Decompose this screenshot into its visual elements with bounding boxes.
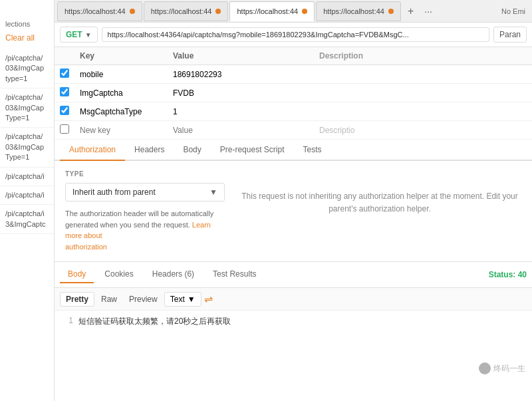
no-env-label: No Emi (501, 7, 529, 15)
clear-all-button[interactable]: Clear all (0, 31, 54, 49)
param-desc (314, 84, 532, 102)
tabs-bar: https://localhost:44 https://localhost:4… (55, 0, 532, 23)
new-value-input[interactable] (173, 126, 309, 135)
tab-label: https://localhost:44 (323, 7, 384, 15)
list-item[interactable]: /pi/captcha/i (0, 168, 54, 186)
tab-4[interactable]: https://localhost:44 (316, 1, 401, 21)
auth-type-label: TYPE (65, 170, 225, 178)
new-key-input[interactable] (80, 126, 162, 135)
format-type-select[interactable]: Text ▼ (164, 292, 201, 307)
tab-headers[interactable]: Headers (125, 140, 174, 161)
tab-dot (130, 9, 135, 14)
auth-type-select[interactable]: Inherit auth from parent ▼ (65, 183, 225, 201)
auth-left-panel: TYPE Inherit auth from parent ▼ The auth… (65, 170, 225, 252)
response-body: 1 短信验证码获取太频繁，请20秒之后再获取 (55, 311, 532, 401)
tab-label: https://localhost:44 (237, 7, 298, 15)
sidebar-title: lections (0, 20, 54, 31)
tab-authorization[interactable]: Authorization (60, 140, 125, 161)
line-content: 短信验证码获取太频繁，请20秒之后再获取 (78, 316, 231, 327)
param-value: 1 (168, 102, 314, 121)
format-preview-button[interactable]: Preview (124, 293, 163, 306)
param-key: MsgCaptchaType (74, 102, 168, 121)
tab-1[interactable]: https://localhost:44 (57, 1, 142, 21)
watermark-icon (479, 362, 491, 374)
format-icon[interactable]: ⇌ (203, 291, 214, 307)
col-desc-header: Description (314, 47, 532, 65)
tab-dot (302, 9, 307, 14)
tab-tests[interactable]: Tests (293, 140, 331, 161)
param-value: FVDB (168, 84, 314, 102)
row-checkbox[interactable] (60, 106, 69, 115)
col-key-header: Key (74, 47, 168, 65)
list-item[interactable]: /pi/captcha/03&ImgCaptype=1 (0, 49, 54, 88)
format-bar: Pretty Raw Preview Text ▼ ⇌ (55, 288, 532, 311)
url-bar: GET ▼ https://localhost:44364/api/captch… (55, 23, 532, 47)
table-row: ImgCaptcha FVDB (55, 84, 532, 102)
chevron-down-icon: ▼ (209, 188, 217, 197)
url-input[interactable]: https://localhost:44364/api/captcha/msg?… (102, 27, 489, 42)
auth-description: The authorization header will be automat… (65, 208, 225, 252)
list-item[interactable]: /pi/captcha/03&ImgCapType=1 (0, 88, 54, 128)
response-line: 1 短信验证码获取太频繁，请20秒之后再获取 (60, 316, 527, 327)
auth-section: TYPE Inherit auth from parent ▼ The auth… (55, 161, 532, 261)
resp-tab-cookies[interactable]: Cookies (96, 266, 141, 283)
more-tabs-button[interactable]: ··· (419, 6, 438, 17)
status-badge: Status: 40 (489, 270, 527, 279)
chevron-down-icon: ▼ (85, 31, 92, 39)
table-row: mobile 18691802293 (55, 65, 532, 84)
format-pretty-button[interactable]: Pretty (60, 292, 94, 307)
response-bar: Body Cookies Headers (6) Test Results St… (55, 261, 532, 288)
add-tab-button[interactable]: + (402, 5, 419, 17)
method-button[interactable]: GET ▼ (60, 27, 98, 43)
list-item[interactable]: /pi/captcha/03&ImgCapType=1 (0, 128, 54, 167)
row-checkbox[interactable] (60, 68, 69, 78)
watermark: 终码一生 (479, 362, 525, 374)
param-desc (314, 65, 532, 84)
list-item[interactable]: /pi/captcha/i (0, 186, 54, 205)
tab-dot (388, 9, 394, 14)
param-key: ImgCaptcha (74, 84, 168, 102)
chevron-down-icon: ▼ (188, 295, 196, 304)
col-checkbox-header (55, 47, 74, 65)
sidebar-items-list: /pi/captcha/03&ImgCaptype=1 /pi/captcha/… (0, 49, 54, 401)
resp-tab-body[interactable]: Body (60, 266, 94, 283)
resp-tab-test-results[interactable]: Test Results (205, 266, 264, 283)
tab-3[interactable]: https://localhost:44 (229, 1, 315, 21)
list-item[interactable]: /pi/captcha/i3&ImgCaptc (0, 205, 54, 234)
sub-tabs: Authorization Headers Body Pre-request S… (55, 140, 532, 161)
tab-label: https://localhost:44 (65, 7, 126, 15)
sidebar: lections Clear all /pi/captcha/03&ImgCap… (0, 0, 55, 401)
row-checkbox[interactable] (60, 87, 69, 96)
param-desc (314, 102, 532, 121)
param-key: mobile (74, 65, 168, 84)
params-table: Key Value Description mobile 18691802293 (55, 47, 532, 140)
tab-2[interactable]: https://localhost:44 (144, 1, 229, 21)
tab-label: https://localhost:44 (151, 7, 212, 15)
param-value: 18691802293 (168, 65, 314, 84)
new-param-row: Descriptio (55, 121, 532, 140)
tab-pre-request-script[interactable]: Pre-request Script (211, 140, 294, 161)
format-raw-button[interactable]: Raw (96, 293, 122, 306)
col-value-header: Value (168, 47, 314, 65)
new-row-checkbox[interactable] (60, 124, 69, 134)
tab-dot (215, 9, 221, 14)
table-row: MsgCaptchaType 1 (55, 102, 532, 121)
main-content: https://localhost:44 https://localhost:4… (55, 0, 532, 401)
new-desc-cell: Descriptio (314, 121, 532, 140)
tab-body[interactable]: Body (174, 140, 210, 161)
resp-tab-headers[interactable]: Headers (6) (144, 266, 202, 283)
params-button[interactable]: Paran (493, 27, 527, 43)
auth-select-value: Inherit auth from parent (72, 188, 156, 197)
auth-right-panel: This request is not inheriting any autho… (238, 170, 521, 252)
params-section: Key Value Description mobile 18691802293 (55, 47, 532, 140)
method-label: GET (66, 30, 82, 39)
line-number: 1 (60, 316, 73, 325)
